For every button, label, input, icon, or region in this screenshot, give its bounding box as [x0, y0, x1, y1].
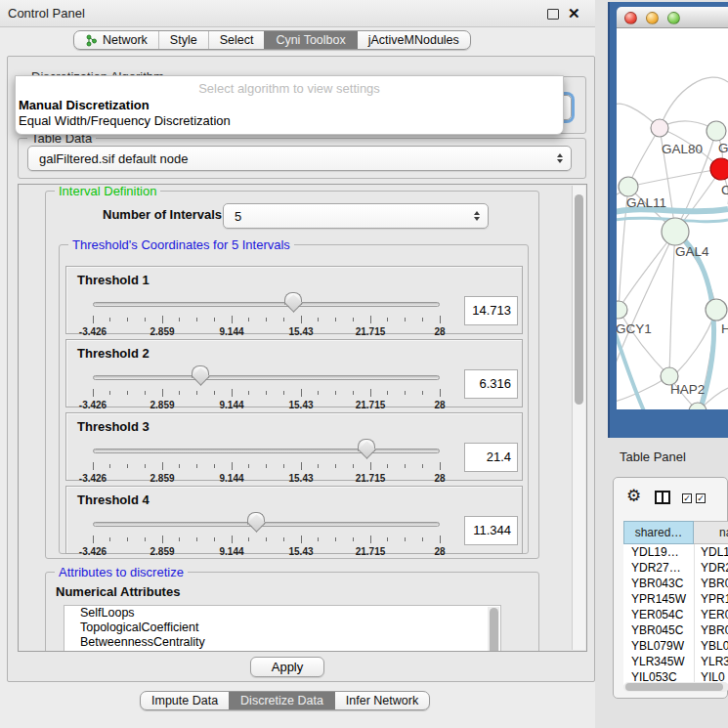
slider-track[interactable]	[93, 375, 440, 380]
threshold-label: Threshold 1	[77, 273, 150, 287]
slider-thumb[interactable]	[284, 292, 302, 313]
tab-network[interactable]: Network	[74, 31, 158, 49]
thresholds-group: Threshold's Coordinates for 5 Intervals …	[59, 244, 529, 554]
attributes-list-scrollbar[interactable]	[488, 607, 499, 652]
table-row[interactable]: YBR043CYBR0	[623, 576, 728, 591]
column-layout-icon[interactable]	[655, 491, 670, 504]
table-row[interactable]: YDR27…YDR2	[623, 560, 728, 576]
number-of-intervals-label: Number of Intervals	[103, 207, 222, 222]
table-cell[interactable]: YBR0	[694, 576, 728, 591]
table-cell[interactable]: YPR1	[694, 591, 728, 607]
numerical-attributes-list[interactable]: SelfLoopsTopologicalCoefficientBetweenne…	[64, 605, 501, 652]
settings-vertical-scrollbar[interactable]	[572, 186, 585, 650]
table-row[interactable]: YDL19…YDL1	[623, 544, 728, 560]
threshold-panel-4: Threshold 4-3.4262.8599.14415.4321.71528…	[65, 486, 523, 554]
threshold-panel-2: Threshold 2-3.4262.8599.14415.4321.71528…	[65, 339, 523, 407]
control-panel-titlebar: Control Panel ✕	[0, 0, 604, 27]
dropdown-option-manual-discretization[interactable]: Manual Discretization	[16, 98, 563, 113]
table-cell[interactable]: YER054C	[623, 607, 694, 622]
tab-style[interactable]: Style	[158, 31, 208, 49]
table-cell[interactable]: YLR3	[694, 654, 728, 669]
interval-definition-group: Interval Definition Number of Intervals …	[45, 191, 539, 559]
threshold-value-field[interactable]: 21.4	[464, 443, 518, 472]
scrollbar-thumb[interactable]	[490, 608, 498, 652]
threshold-label: Threshold 2	[77, 346, 150, 361]
tab-cyni-toolbox[interactable]: Cyni Toolbox	[264, 31, 356, 49]
threshold-value-field[interactable]: 14.713	[464, 296, 518, 325]
tab-infer-network[interactable]: Infer Network	[334, 692, 429, 709]
table-cell[interactable]: YLR345W	[623, 654, 694, 669]
close-panel-icon[interactable]: ✕	[568, 5, 580, 22]
table-cell[interactable]: YER0	[694, 607, 728, 622]
table-cell[interactable]: YDR27…	[623, 560, 694, 576]
minimize-window-icon[interactable]	[646, 12, 659, 24]
threshold-slider[interactable]: -3.4262.8599.14415.4321.71528	[93, 364, 440, 408]
threshold-value-field[interactable]: 6.316	[464, 369, 518, 399]
top-tab-bar: NetworkStyleSelectCyni ToolboxjActiveMNo…	[73, 30, 471, 50]
tab-impute-data[interactable]: Impute Data	[141, 692, 229, 709]
table-row[interactable]: YLR345WYLR3	[623, 654, 728, 669]
threshold-slider[interactable]: -3.4262.8599.14415.4321.71528	[93, 437, 440, 482]
apply-button[interactable]: Apply	[250, 657, 324, 677]
node-label-gal4: GAL4	[675, 244, 709, 259]
slider-tick-labels: -3.4262.8599.14415.4321.71528	[93, 473, 440, 484]
slider-track[interactable]	[93, 449, 440, 453]
table-horizontal-scrollbar[interactable]	[623, 682, 728, 692]
column-header-2[interactable]: na	[694, 521, 728, 544]
float-window-icon[interactable]	[547, 9, 559, 20]
zoom-window-icon[interactable]	[667, 12, 680, 24]
slider-track[interactable]	[93, 522, 440, 527]
network-canvas[interactable]: GAL80GGAL11CGAL4GCY1HHAP2	[617, 28, 728, 409]
dropdown-option-equal-width-frequency-discretization[interactable]: Equal Width/Frequency Discretization	[16, 113, 563, 129]
threshold-panel-3: Threshold 3-3.4262.8599.14415.4321.71528…	[65, 412, 523, 481]
gear-icon[interactable]: ⚙	[626, 488, 641, 504]
threshold-slider[interactable]: -3.4262.8599.14415.4321.71528	[93, 290, 440, 335]
slider-thumb[interactable]	[192, 365, 209, 386]
table-row[interactable]: YER054CYER0	[623, 607, 728, 622]
scrollbar-thumb[interactable]	[625, 683, 723, 691]
table-cell[interactable]: YBR045C	[623, 622, 694, 638]
combo-stepper-icon[interactable]	[474, 211, 480, 221]
slider-tick-labels: -3.4262.8599.14415.4321.71528	[93, 546, 440, 557]
table-cell[interactable]: YPR145W	[623, 591, 694, 607]
table-cell[interactable]: YDL1	[694, 544, 728, 560]
highlighted-node	[710, 158, 728, 180]
number-of-intervals-combobox[interactable]: 5	[223, 203, 489, 229]
slider-thumb[interactable]	[358, 439, 375, 459]
threshold-slider[interactable]: -3.4262.8599.14415.4321.71528	[93, 510, 440, 555]
attribute-items: SelfLoopsTopologicalCoefficientBetweenne…	[64, 606, 500, 650]
column-header-1[interactable]: shared…	[623, 521, 694, 544]
table-cell[interactable]: YBR0	[694, 622, 728, 638]
tab-jactivemnodules[interactable]: jActiveMNodules	[357, 31, 470, 49]
control-panel-title: Control Panel	[8, 6, 85, 21]
table-row[interactable]: YBL079WYBL0	[623, 638, 728, 654]
network-window-titlebar[interactable]	[617, 7, 728, 28]
network-graph-svg: GAL80GGAL11CGAL4GCY1HHAP2	[617, 28, 728, 409]
table-data-combobox[interactable]: galFiltered.sif default node	[27, 146, 572, 171]
table-row[interactable]: YPR145WYPR1	[623, 591, 728, 607]
close-window-icon[interactable]	[624, 12, 637, 24]
tab-label: Cyni Toolbox	[276, 33, 345, 47]
checkbox-icon[interactable]: ✓	[682, 493, 692, 503]
tab-discretize-data[interactable]: Discretize Data	[229, 692, 334, 709]
combo-stepper-icon[interactable]	[557, 153, 563, 163]
table-cell[interactable]: YDL19…	[623, 544, 694, 560]
scrollbar-thumb[interactable]	[575, 194, 583, 405]
attribute-item-betweennesscentrality[interactable]: BetweennessCentrality	[64, 635, 500, 650]
attribute-item-selfloops[interactable]: SelfLoops	[64, 606, 500, 621]
slider-track[interactable]	[93, 302, 440, 307]
tab-label: Select	[220, 33, 254, 47]
checkbox-icon[interactable]: ✓	[696, 493, 706, 503]
attribute-item-topologicalcoefficient[interactable]: TopologicalCoefficient	[64, 621, 500, 635]
table-cell[interactable]: YDR2	[694, 560, 728, 576]
slider-thumb[interactable]	[247, 512, 265, 533]
tab-select[interactable]: Select	[208, 31, 265, 49]
table-cell[interactable]: YBR043C	[623, 576, 694, 591]
threshold-value-field[interactable]: 11.344	[464, 516, 518, 545]
table-cell[interactable]: YBL079W	[623, 638, 694, 654]
network-view-window[interactable]: GAL80GGAL11CGAL4GCY1HHAP2	[608, 2, 728, 438]
table-row[interactable]: YBR045CYBR0	[623, 622, 728, 638]
network-tree-icon	[85, 34, 98, 47]
table-cell[interactable]: YBL0	[694, 638, 728, 654]
table-panel-title: Table Panel	[620, 450, 686, 464]
